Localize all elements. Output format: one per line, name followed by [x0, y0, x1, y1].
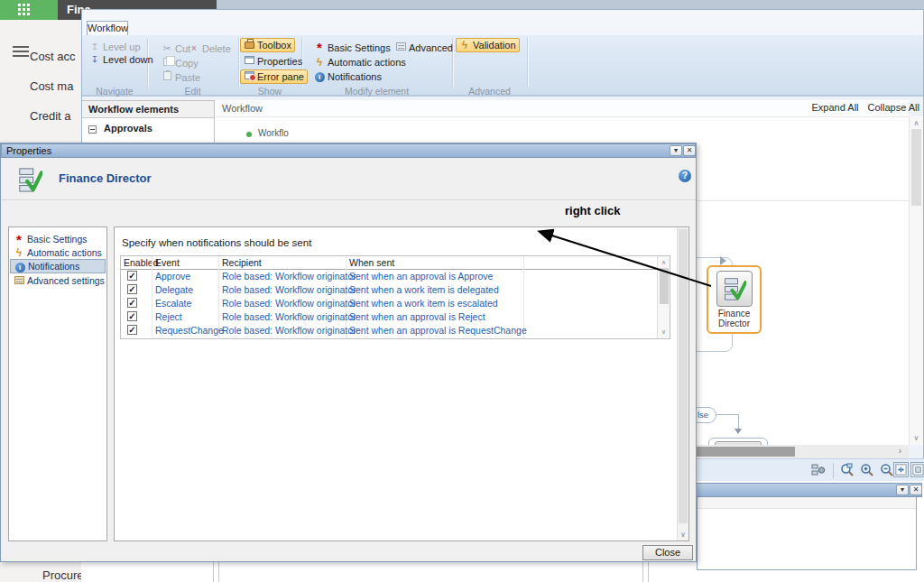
panel-close-icon[interactable]: ✕	[910, 485, 922, 495]
enabled-checkbox[interactable]: ✓	[127, 298, 137, 308]
auto-layout-icon[interactable]	[811, 463, 826, 477]
header-divider	[1, 199, 696, 200]
zoom-in-icon[interactable]	[860, 463, 874, 477]
panel-menu-icon[interactable]: ▾	[896, 485, 909, 495]
error-pane-button[interactable]: Error pane	[240, 69, 308, 84]
sidebar-item-credit[interactable]: Credit a	[30, 109, 71, 123]
dialog-scrollbar[interactable]: ∨	[677, 227, 688, 540]
canvas-vertical-scrollbar[interactable]: ∧ ∨	[909, 116, 923, 445]
scrollbar-thumb[interactable]	[911, 129, 921, 206]
level-up-label: Level up	[103, 42, 141, 52]
scrollbar-thumb[interactable]	[679, 229, 688, 523]
properties-button[interactable]: Properties	[241, 54, 305, 68]
event-cell: Delegate	[155, 284, 193, 295]
validation-label: Validation	[473, 40, 516, 51]
fit-to-window-icon[interactable]	[893, 462, 909, 477]
properties-label: Properties	[257, 56, 302, 67]
enabled-checkbox[interactable]: ✓	[127, 325, 137, 335]
sidebar-item-procurement[interactable]: Procure	[42, 568, 81, 582]
dialog-titlebar[interactable]: Properties ▾ ✕	[1, 143, 696, 158]
top-chrome-strip	[217, 0, 924, 9]
dialog-main-panel: Specify when notifications should be sen…	[114, 226, 689, 541]
level-down-button[interactable]: ↧ Level down	[87, 52, 156, 66]
table-row-reject[interactable]: ✓ Reject Role based: Workflow originator…	[121, 310, 657, 324]
delete-icon: ×	[189, 43, 199, 54]
docked-panel-header-row	[698, 497, 916, 509]
copy-button[interactable]: Copy	[159, 56, 201, 69]
tab-workflow[interactable]: Workflow	[87, 21, 128, 35]
group-label-edit: Edit	[147, 86, 238, 97]
scroll-up-icon[interactable]: ∧	[658, 259, 670, 266]
waffle-icon	[18, 4, 30, 15]
when-sent-cell: Sent when a work item is escalated	[349, 298, 498, 309]
table-row-escalate[interactable]: ✓ Escalate Role based: Workflow originat…	[121, 297, 657, 310]
annotation-right-click: right click	[565, 204, 620, 217]
enabled-checkbox[interactable]: ✓	[127, 311, 137, 321]
toolbox-button[interactable]: Toolbox	[240, 38, 295, 52]
dialog-close-icon[interactable]: ✕	[683, 145, 696, 156]
advanced-button[interactable]: Advanced	[393, 41, 456, 54]
canvas-links: Expand All Collapse All	[812, 102, 919, 113]
table-scrollbar[interactable]: ∧ ∨	[657, 256, 670, 338]
overview-map-icon[interactable]	[910, 462, 924, 477]
canvas-header: Workflow	[215, 100, 909, 116]
approvals-label: Approvals	[104, 123, 152, 134]
table-row-requestchange[interactable]: ✓ RequestChange Role based: Workflow ori…	[121, 324, 657, 337]
paste-button[interactable]: Paste	[159, 70, 203, 84]
sidebar-item-advanced-settings[interactable]: Advanced settings	[10, 273, 106, 288]
sidebar-item-cost-management[interactable]: Cost ma	[30, 79, 73, 93]
finance-director-node[interactable]: Finance Director	[707, 265, 762, 334]
scroll-up-icon[interactable]: ∧	[910, 119, 923, 127]
scroll-down-icon[interactable]: ∨	[658, 328, 670, 336]
basic-settings-button[interactable]: * Basic Settings	[311, 41, 393, 54]
scroll-down-icon[interactable]: ∨	[910, 434, 923, 442]
sidebar-item-cost-accounting[interactable]: Cost acc	[30, 50, 76, 63]
scroll-down-icon[interactable]: ∨	[678, 531, 688, 539]
when-sent-cell: Sent when an approval is Approve	[349, 271, 493, 282]
advanced-icon	[395, 42, 406, 53]
zoom-out-icon[interactable]	[880, 463, 894, 477]
scrollbar-thumb[interactable]	[660, 268, 669, 304]
properties-icon	[244, 56, 254, 67]
automatic-actions-button[interactable]: ϟ Automatic actions	[311, 55, 409, 69]
workflow-elements-header: Workflow elements	[82, 101, 214, 118]
app-launcher-button[interactable]	[0, 0, 58, 20]
help-icon[interactable]: ?	[679, 170, 691, 182]
paste-icon	[162, 71, 172, 83]
group-label-show: Show	[238, 86, 301, 97]
zoom-selection-icon[interactable]	[840, 463, 855, 477]
recipient-cell: Role based: Workflow originator	[222, 311, 356, 322]
notifications-label: Notifications	[328, 71, 382, 82]
level-down-label: Level down	[103, 54, 153, 65]
ribbon: ↥ Level up ↧ Level down ✂ Cut × Delete C…	[82, 35, 923, 97]
expand-all-link[interactable]: Expand All	[812, 102, 859, 113]
enabled-checkbox[interactable]: ✓	[127, 271, 137, 281]
basic-settings-icon: *	[314, 43, 325, 51]
sidebar-item-notifications[interactable]: i Notifications	[10, 259, 106, 273]
status-dot-icon	[246, 132, 252, 137]
table-row-delegate[interactable]: ✓ Delegate Role based: Workflow originat…	[121, 283, 657, 297]
collapse-all-link[interactable]: Collapse All	[868, 102, 919, 113]
table-header-row: Enabled Event Recipient When sent	[121, 256, 670, 270]
sidebar-item-basic-settings[interactable]: * Basic Settings	[10, 232, 106, 246]
dialog-menu-icon[interactable]: ▾	[670, 145, 682, 156]
section-label: Specify when notifications should be sen…	[122, 237, 311, 248]
close-button[interactable]: Close	[642, 545, 693, 560]
tree-item-approvals[interactable]: Approvals	[82, 118, 214, 134]
delete-label: Delete	[202, 43, 231, 54]
enabled-checkbox[interactable]: ✓	[127, 284, 137, 294]
hamburger-menu-icon[interactable]	[13, 46, 29, 60]
recipient-cell: Role based: Workflow originator	[222, 284, 356, 295]
validation-button[interactable]: ϟ Validation	[456, 38, 520, 52]
recipient-cell: Role based: Workflow originator	[222, 298, 356, 309]
group-label-advanced: Advanced	[452, 86, 527, 97]
notifications-button[interactable]: i Notifications	[311, 69, 384, 83]
level-up-button[interactable]: ↥ Level up	[87, 40, 143, 53]
delete-button[interactable]: × Delete	[186, 42, 234, 55]
collapse-icon[interactable]	[88, 125, 97, 134]
table-row-approve[interactable]: ✓ Approve Role based: Workflow originato…	[121, 270, 657, 283]
basic-settings-item-label: Basic Settings	[27, 234, 88, 245]
scroll-right-icon[interactable]: ›	[899, 446, 901, 456]
sidebar-item-automatic-actions[interactable]: ϟ Automatic actions	[10, 245, 106, 260]
automatic-actions-icon: ϟ	[314, 57, 325, 68]
